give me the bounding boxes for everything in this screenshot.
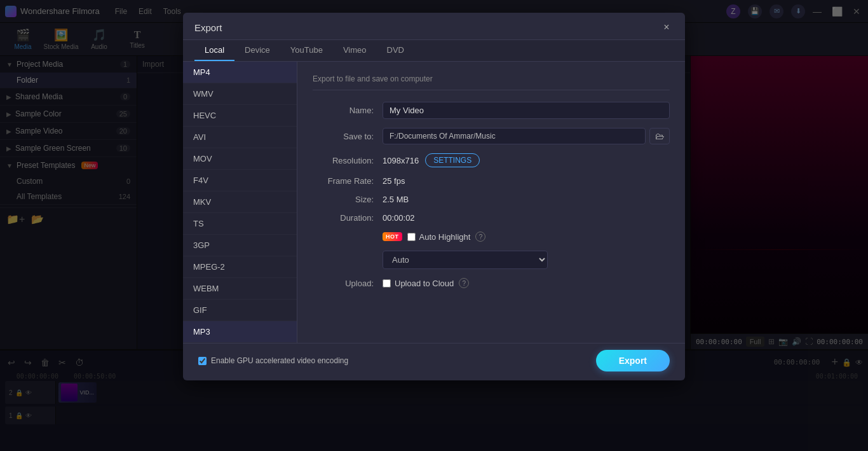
format-hevc[interactable]: HEVC bbox=[183, 105, 297, 127]
modal-footer: Enable GPU accelerated video encoding Ex… bbox=[183, 343, 685, 380]
resolution-row: Resolution: 1098x716 SETTINGS bbox=[313, 153, 670, 167]
size-row: Size: 2.5 MB bbox=[313, 195, 670, 204]
tab-youtube[interactable]: YouTube bbox=[280, 40, 333, 61]
format-mov[interactable]: MOV bbox=[183, 148, 297, 170]
modal-overlay: Export × Local Device YouTube Vimeo DVD … bbox=[0, 0, 868, 451]
format-mp3[interactable]: MP3 bbox=[183, 321, 297, 343]
export-modal: Export × Local Device YouTube Vimeo DVD … bbox=[183, 13, 685, 380]
format-webm[interactable]: WEBM bbox=[183, 278, 297, 300]
auto-highlight-checkbox[interactable] bbox=[407, 233, 416, 241]
format-mp4[interactable]: MP4 bbox=[183, 62, 297, 83]
format-wmv[interactable]: WMV bbox=[183, 83, 297, 105]
auto-highlight-label: Auto Highlight bbox=[419, 232, 471, 242]
save-to-row: Save to: 🗁 bbox=[313, 128, 670, 144]
tab-device[interactable]: Device bbox=[234, 40, 280, 61]
resolution-label: Resolution: bbox=[313, 156, 383, 165]
size-value: 2.5 MB bbox=[383, 195, 409, 204]
frame-rate-value: 25 fps bbox=[383, 176, 405, 186]
duration-value: 00:00:02 bbox=[383, 213, 415, 223]
auto-dropdown[interactable]: Auto Highlights Custom bbox=[383, 251, 548, 269]
resolution-value: 1098x716 bbox=[383, 156, 419, 165]
format-3gp[interactable]: 3GP bbox=[183, 235, 297, 256]
format-mpeg2[interactable]: MPEG-2 bbox=[183, 256, 297, 278]
hot-badge: HOT bbox=[383, 232, 402, 241]
format-mkv[interactable]: MKV bbox=[183, 191, 297, 213]
format-f4v[interactable]: F4V bbox=[183, 170, 297, 191]
auto-dropdown-row: Auto Highlights Custom bbox=[313, 251, 670, 269]
export-form: Export to file and save on computer Name… bbox=[297, 62, 685, 343]
upload-cloud-checkbox[interactable] bbox=[383, 279, 391, 288]
upload-row: Upload: Upload to Cloud ? bbox=[313, 278, 670, 288]
tab-local[interactable]: Local bbox=[194, 40, 234, 61]
auto-highlight-checkbox-label[interactable]: Auto Highlight bbox=[407, 232, 471, 242]
upload-cloud-label: Upload to Cloud bbox=[395, 279, 454, 288]
tab-vimeo[interactable]: Vimeo bbox=[333, 40, 377, 61]
upload-label: Upload: bbox=[313, 279, 383, 288]
upload-cloud-help-icon[interactable]: ? bbox=[459, 278, 469, 288]
name-row: Name: bbox=[313, 102, 670, 119]
save-to-label: Save to: bbox=[313, 132, 383, 141]
save-to-input[interactable] bbox=[383, 128, 646, 144]
gpu-checkbox-label[interactable]: Enable GPU accelerated video encoding bbox=[198, 356, 348, 365]
format-ts[interactable]: TS bbox=[183, 213, 297, 235]
modal-tabs: Local Device YouTube Vimeo DVD bbox=[183, 40, 685, 62]
duration-row: Duration: 00:00:02 bbox=[313, 213, 670, 223]
duration-label: Duration: bbox=[313, 213, 383, 223]
upload-cloud-checkbox-label[interactable]: Upload to Cloud bbox=[383, 279, 454, 288]
name-label: Name: bbox=[313, 106, 383, 115]
frame-rate-label: Frame Rate: bbox=[313, 176, 383, 186]
format-avi[interactable]: AVI bbox=[183, 127, 297, 148]
format-gif[interactable]: GIF bbox=[183, 300, 297, 321]
format-list: MP4 WMV HEVC AVI MOV F4V MKV TS 3GP MPEG… bbox=[183, 62, 297, 343]
export-button[interactable]: Export bbox=[596, 350, 670, 371]
modal-body: MP4 WMV HEVC AVI MOV F4V MKV TS 3GP MPEG… bbox=[183, 62, 685, 343]
browse-folder-button[interactable]: 🗁 bbox=[649, 128, 670, 144]
size-label: Size: bbox=[313, 195, 383, 204]
modal-close-button[interactable]: × bbox=[660, 20, 674, 34]
modal-title: Export bbox=[194, 22, 222, 33]
gpu-label-text: Enable GPU accelerated video encoding bbox=[211, 356, 348, 365]
export-description: Export to file and save on computer bbox=[313, 74, 670, 90]
gpu-checkbox[interactable] bbox=[198, 357, 207, 365]
auto-highlight-help-icon[interactable]: ? bbox=[475, 232, 485, 242]
tab-dvd[interactable]: DVD bbox=[377, 40, 414, 61]
modal-header: Export × bbox=[183, 13, 685, 40]
frame-rate-row: Frame Rate: 25 fps bbox=[313, 176, 670, 186]
settings-button[interactable]: SETTINGS bbox=[425, 153, 480, 167]
name-input[interactable] bbox=[383, 102, 670, 119]
auto-highlight-row: HOT Auto Highlight ? bbox=[313, 232, 670, 242]
